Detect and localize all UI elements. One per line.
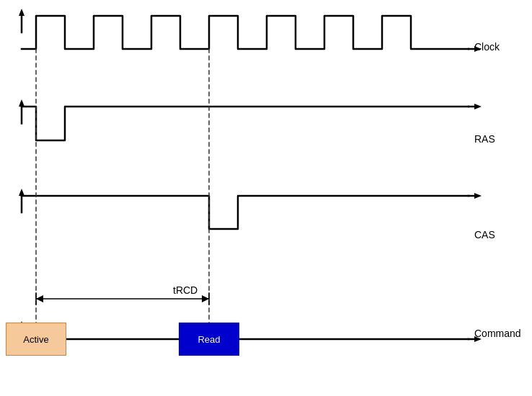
active-box: Active	[6, 323, 66, 356]
cas-label: CAS	[474, 229, 495, 240]
ras-label: RAS	[474, 133, 495, 145]
read-label: Read	[198, 334, 220, 345]
read-box: Read	[179, 323, 239, 356]
trcd-label: tRCD	[173, 284, 198, 296]
command-label: Command	[474, 328, 521, 339]
active-label: Active	[23, 334, 48, 345]
clock-label: Clock	[474, 41, 500, 53]
